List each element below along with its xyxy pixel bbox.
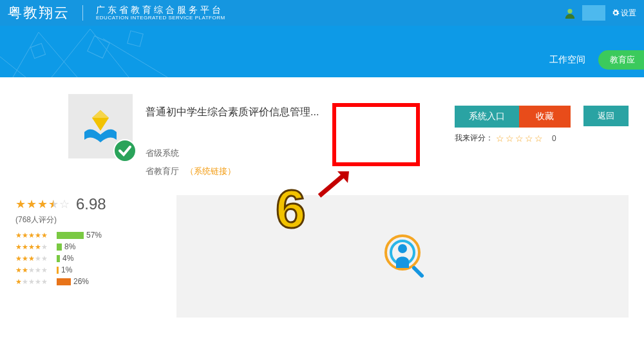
star-dim-icon: ★ (35, 278, 41, 286)
dist-bar (57, 255, 60, 262)
app-meta: 省级系统 (146, 148, 442, 159)
app-icon (68, 94, 133, 158)
nav-workspace[interactable]: 工作空间 (549, 54, 585, 66)
my-rating-row: 我来评分： ☆ ☆ ☆ ☆ ☆ 0 (455, 133, 571, 144)
action-cluster: 系统入口 收藏 我来评分： ☆ ☆ ☆ ☆ ☆ 0 (455, 94, 571, 177)
star-icon: ★ (28, 231, 35, 240)
star-icon: ★ (35, 243, 41, 251)
average-stars: ★ ★ ★ ★★ ☆ (15, 197, 70, 211)
dist-bar (57, 243, 62, 251)
star-dim-icon: ★ (41, 254, 48, 263)
star-icon: ★ (37, 197, 48, 211)
star-icon[interactable]: ☆ (515, 133, 524, 144)
back-button-col: 返回 (583, 94, 629, 177)
dist-bar (57, 267, 59, 274)
button-row: 系统入口 收藏 (455, 106, 571, 128)
banner: 工作空间 教育应 (0, 26, 644, 77)
star-icon: ★ (22, 254, 28, 263)
svg-rect-3 (128, 31, 143, 46)
user-name-box[interactable] (582, 5, 605, 21)
system-link[interactable]: （系统链接） (185, 166, 236, 176)
star-icon[interactable]: ☆ (496, 133, 504, 144)
dist-row: ★★★★★1% (15, 265, 157, 274)
rating-count-text: (768人评分) (15, 214, 157, 225)
logo-subtitle-zh: 广东省教育综合服务平台 (96, 5, 225, 15)
star-dim-icon: ★ (22, 278, 28, 286)
star-icon: ★ (22, 266, 28, 274)
top-bar: 粤教翔云 广东省教育综合服务平台 EDUCATION INTEGRATED SE… (0, 0, 644, 26)
dist-pct: 8% (64, 242, 75, 251)
dist-pct: 57% (86, 231, 102, 240)
content: 普通初中学生综合素质评价信息管理... 省级系统 省教育厅 （系统链接） 系统入… (0, 77, 644, 177)
dist-row: ★★★★★57% (15, 231, 157, 240)
star-icon: ★ (15, 197, 26, 211)
star-icon: ★ (15, 266, 22, 274)
star-icon: ★ (15, 243, 22, 251)
app-title: 普通初中学生综合素质评价信息管理... (146, 106, 339, 119)
star-icon: ★ (22, 243, 28, 251)
star-dim-icon: ★ (41, 266, 48, 274)
verified-check-icon (113, 139, 137, 162)
banner-pattern (0, 26, 644, 77)
star-icon[interactable]: ☆ (525, 133, 533, 144)
star-dim-icon: ★ (41, 243, 48, 251)
star-icon[interactable]: ☆ (535, 133, 543, 144)
star-icon: ★ (15, 254, 22, 263)
star-icon: ★ (35, 231, 41, 240)
star-dim-icon: ★ (35, 266, 41, 274)
dist-row: ★★★★★4% (15, 254, 157, 263)
rating-distribution: ★★★★★57%★★★★★8%★★★★★4%★★★★★1%★★★★★26% (15, 231, 157, 286)
star-icon: ★ (15, 278, 22, 286)
dist-bar (57, 278, 71, 285)
dist-stars: ★★★★★ (15, 254, 57, 263)
gear-icon (612, 9, 620, 17)
dist-pct: 1% (61, 265, 72, 274)
dist-stars: ★★★★★ (15, 278, 57, 286)
rate-label: 我来评分： (455, 133, 493, 144)
preview-area (176, 195, 629, 318)
dist-bar (57, 232, 84, 239)
favorite-button[interactable]: 收藏 (519, 106, 571, 128)
rate-stars[interactable]: ☆ ☆ ☆ ☆ ☆ (496, 133, 543, 144)
app-source: 省教育厅 (146, 166, 179, 176)
star-empty-icon: ☆ (59, 197, 70, 211)
logo-subtitle: 广东省教育综合服务平台 EDUCATION INTEGRATED SERVICE… (96, 5, 225, 21)
star-half-icon: ★★ (48, 197, 59, 211)
star-icon: ★ (22, 231, 28, 240)
average-score: 6.98 (76, 195, 106, 213)
svg-point-7 (398, 244, 407, 253)
star-icon: ★ (15, 231, 22, 240)
star-icon: ★ (28, 243, 35, 251)
lower-section: ★ ★ ★ ★★ ☆ 6.98 (768人评分) ★★★★★57%★★★★★8%… (0, 195, 644, 318)
logo-block: 粤教翔云 广东省教育综合服务平台 EDUCATION INTEGRATED SE… (8, 3, 225, 23)
logo-subtitle-en: EDUCATION INTEGRATED SERVICE PLATFORM (96, 15, 225, 21)
star-icon[interactable]: ☆ (506, 133, 514, 144)
user-target-icon (377, 231, 428, 282)
rating-count: 0 (552, 134, 556, 143)
star-icon: ★ (26, 197, 37, 211)
app-info: 普通初中学生综合素质评价信息管理... 省级系统 省教育厅 （系统链接） (146, 94, 442, 177)
star-icon: ★ (28, 254, 35, 263)
nav-edu-app[interactable]: 教育应 (598, 50, 644, 70)
settings-link[interactable]: 设置 (612, 8, 636, 19)
dist-row: ★★★★★26% (15, 277, 157, 286)
star-icon: ★ (41, 231, 48, 240)
enter-system-button[interactable]: 系统入口 (455, 106, 519, 128)
rating-panel: ★ ★ ★ ★★ ☆ 6.98 (768人评分) ★★★★★57%★★★★★8%… (15, 195, 157, 318)
svg-rect-2 (30, 43, 45, 58)
settings-label: 设置 (621, 8, 636, 19)
dist-stars: ★★★★★ (15, 266, 57, 274)
app-source-row: 省教育厅 （系统链接） (146, 166, 442, 177)
logo-divider (82, 5, 83, 21)
banner-nav: 工作空间 教育应 (549, 50, 644, 70)
dist-row: ★★★★★8% (15, 242, 157, 251)
user-avatar-icon[interactable] (564, 7, 576, 19)
top-right: 设置 (564, 5, 636, 21)
star-dim-icon: ★ (28, 278, 35, 286)
svg-point-0 (567, 9, 572, 14)
back-button[interactable]: 返回 (583, 106, 629, 126)
app-row: 普通初中学生综合素质评价信息管理... 省级系统 省教育厅 （系统链接） 系统入… (15, 94, 629, 177)
dist-pct: 4% (62, 254, 73, 263)
svg-point-4 (114, 140, 136, 162)
dist-stars: ★★★★★ (15, 231, 57, 240)
